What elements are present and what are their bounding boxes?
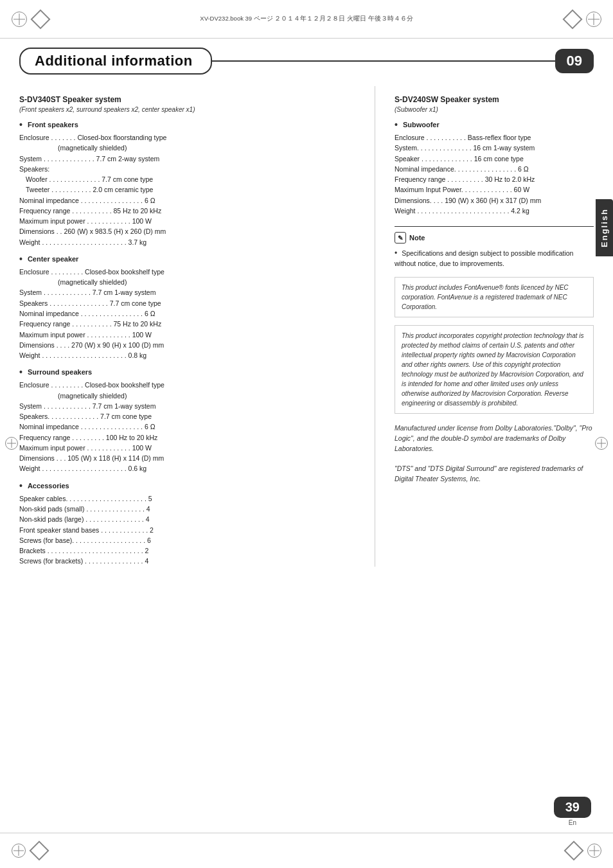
system2-subheading: (Subwoofer x1): [395, 106, 594, 113]
bottom-text-1: Manufactured under license from Dolby La…: [395, 423, 594, 454]
spec-line: Maximum Input Power. . . . . . . . . . .…: [395, 184, 594, 195]
spec-line: System . . . . . . . . . . . . . 7.7 cm …: [19, 401, 355, 411]
top-arrow-symbol: [30, 9, 50, 29]
center-speaker-specs: Enclosure . . . . . . . . . Closed-box b…: [19, 267, 355, 360]
italic-box-2-text: This product incorporates copyright prot…: [402, 332, 584, 407]
bottom-right-reg: [587, 844, 601, 858]
bullet-sub: •: [395, 120, 398, 130]
spec-line: Nominal impedance . . . . . . . . . . . …: [19, 308, 355, 319]
spec-line: Frequency range . . . . . . . . . . . 75…: [19, 319, 355, 329]
spec-line: Nominal impedance . . . . . . . . . . . …: [19, 195, 355, 206]
subwoofer-title: • Subwoofer: [395, 120, 594, 130]
front-speakers-title: • Front speakers: [19, 120, 355, 130]
spec-line: Dimensions . . . . 270 (W) x 90 (H) x 10…: [19, 340, 355, 350]
spec-line: Weight . . . . . . . . . . . . . . . . .…: [19, 463, 355, 474]
top-bar-text: XV-DV232.book 39 ページ ２０１４年１２月２８日 火曜日 午後３…: [55, 15, 558, 23]
page-label: En: [569, 819, 576, 826]
subwoofer-label: Subwoofer: [403, 121, 440, 128]
bullet-center: •: [19, 254, 22, 264]
header-line: [212, 60, 555, 62]
spec-line: System. . . . . . . . . . . . . . . 16 c…: [395, 143, 594, 153]
top-right-diamond: [562, 9, 582, 29]
spec-line: System . . . . . . . . . . . . . . 7.7 c…: [19, 154, 355, 164]
spec-line: Enclosure . . . . . . . . . . . Bass-ref…: [395, 132, 594, 143]
spec-line: Dimensions . . 260 (W) x 983.5 (H) x 260…: [19, 226, 355, 236]
system2-heading: S-DV240SW Speaker system: [395, 95, 594, 104]
accessories-label: Accessories: [28, 482, 69, 490]
spec-line: Woofer . . . . . . . . . . . . . . 7.7 c…: [19, 174, 355, 184]
section-title-text: Additional information: [35, 53, 193, 69]
bottom-left-reg: [12, 844, 26, 858]
spec-line: Brackets . . . . . . . . . . . . . . . .…: [19, 545, 355, 556]
page-number-box: 39: [554, 797, 591, 818]
left-side-reg: [5, 437, 18, 450]
page-number-area: 39 En: [554, 797, 591, 826]
bottom-bar: [0, 833, 613, 868]
spec-line: Frequency range . . . . . . . . . . 30 H…: [395, 174, 594, 184]
spec-line: Weight . . . . . . . . . . . . . . . . .…: [19, 350, 355, 360]
front-speakers-specs: Enclosure . . . . . . . Closed-box floor…: [19, 132, 355, 247]
spec-line: Maximum input power . . . . . . . . . . …: [19, 443, 355, 453]
spec-line: Non-skid pads (large) . . . . . . . . . …: [19, 514, 355, 524]
chapter-number: 09: [555, 49, 594, 73]
spec-line: Enclosure . . . . . . . . . Closed-box b…: [19, 380, 355, 390]
accessories-specs: Speaker cables. . . . . . . . . . . . . …: [19, 493, 355, 567]
note-title: ✎ Note: [395, 232, 594, 244]
spec-line: (magnetically shielded): [19, 391, 355, 401]
note-bullet-text: Specifications and design subject to pos…: [395, 249, 573, 267]
bullet-surround: •: [19, 367, 22, 377]
column-divider: [375, 86, 375, 567]
spec-line: Maximum input power . . . . . . . . . . …: [19, 330, 355, 340]
note-text: • Specifications and design subject to p…: [395, 247, 594, 269]
bottom-text-1-content: Manufactured under license from Dolby La…: [395, 424, 592, 453]
bullet-front: •: [19, 120, 22, 130]
spec-line: Speaker cables. . . . . . . . . . . . . …: [19, 493, 355, 504]
bullet-acc: •: [19, 481, 22, 491]
section-header: Additional information 09: [19, 48, 594, 75]
accessories-title: • Accessories: [19, 481, 355, 491]
bottom-diamond-right: [564, 840, 583, 860]
spec-line: Tweeter . . . . . . . . . . . 2.0 cm cer…: [19, 184, 355, 195]
spec-line: Enclosure . . . . . . . Closed-box floor…: [19, 132, 355, 143]
spec-line: Speaker . . . . . . . . . . . . . . 16 c…: [395, 154, 594, 164]
spec-line: Non-skid pads (small) . . . . . . . . . …: [19, 504, 355, 514]
spec-line: Weight . . . . . . . . . . . . . . . . .…: [19, 237, 355, 247]
spec-line: System . . . . . . . . . . . . . 7.7 cm …: [19, 287, 355, 297]
system1-subheading: (Front speakers x2, surround speakers x2…: [19, 106, 355, 113]
center-speaker-label: Center speaker: [28, 255, 79, 263]
right-side-reg: [595, 437, 608, 450]
section-title: Additional information: [19, 48, 212, 75]
center-speaker-title: • Center speaker: [19, 254, 355, 264]
spec-line: Dimensions. . . . 190 (W) x 360 (H) x 31…: [395, 195, 594, 206]
top-right-reg-mark: [586, 12, 601, 27]
system1-heading: S-DV340ST Speaker system: [19, 95, 355, 104]
spec-line: Frequency range . . . . . . . . . . . 85…: [19, 206, 355, 216]
english-tab: English: [596, 199, 613, 256]
spec-line: Speakers:: [19, 164, 355, 174]
main-content: S-DV340ST Speaker system (Front speakers…: [19, 86, 594, 567]
spec-line: Dimensions . . . 105 (W) x 118 (H) x 114…: [19, 453, 355, 463]
bullet-note: •: [395, 249, 397, 258]
spec-line: Speakers . . . . . . . . . . . . . . . .…: [19, 298, 355, 308]
surround-speaker-specs: Enclosure . . . . . . . . . Closed-box b…: [19, 380, 355, 474]
left-column: S-DV340ST Speaker system (Front speakers…: [19, 86, 355, 567]
note-box: ✎ Note • Specifications and design subje…: [395, 226, 594, 269]
italic-box-2: This product incorporates copyright prot…: [395, 325, 594, 414]
spec-line: Weight . . . . . . . . . . . . . . . . .…: [395, 206, 594, 216]
spec-line: (magnetically shielded): [19, 143, 355, 153]
note-icon: ✎: [395, 232, 406, 244]
top-bar: XV-DV232.book 39 ページ ２０１４年１２月２８日 火曜日 午後３…: [0, 0, 613, 39]
bottom-text-2-content: "DTS" and "DTS Digital Surround" are reg…: [395, 465, 583, 483]
spec-line: Enclosure . . . . . . . . . Closed-box b…: [19, 267, 355, 277]
spec-line: (magnetically shielded): [19, 277, 355, 287]
subwoofer-specs: Enclosure . . . . . . . . . . . Bass-ref…: [395, 132, 594, 216]
spec-line: Maximum input power . . . . . . . . . . …: [19, 216, 355, 226]
italic-box-1: This product includes FontAvenue® fonts …: [395, 277, 594, 317]
spec-line: Screws (for base). . . . . . . . . . . .…: [19, 535, 355, 545]
note-label: Note: [409, 234, 425, 242]
spec-line: Speakers. . . . . . . . . . . . . . 7.7 …: [19, 411, 355, 421]
spec-line: Front speaker stand bases . . . . . . . …: [19, 525, 355, 535]
front-speakers-label: Front speakers: [28, 121, 78, 128]
italic-box-1-text: This product includes FontAvenue® fonts …: [402, 284, 569, 310]
surround-speakers-label: Surround speakers: [28, 368, 92, 376]
